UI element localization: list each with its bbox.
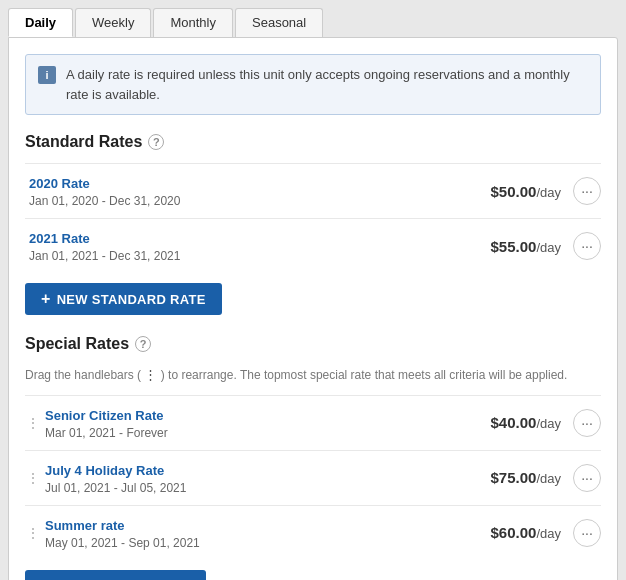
special-rates-section: Special Rates ? Drag the handlebars ( ⋮ … — [25, 335, 601, 580]
senior-rate-more-button[interactable]: ··· — [573, 409, 601, 437]
summer-rate-info: Summer rate May 01, 2021 - Sep 01, 2021 — [41, 516, 463, 550]
july4-rate-more-button[interactable]: ··· — [573, 464, 601, 492]
july4-rate-drag-handle[interactable]: ⋮ — [25, 470, 41, 486]
new-standard-rate-plus-icon: + — [41, 291, 51, 307]
standard-rate-2020-more-button[interactable]: ··· — [573, 177, 601, 205]
summer-rate-price: $60.00/day — [463, 524, 573, 541]
info-icon: i — [38, 66, 56, 84]
drag-hint: Drag the handlebars ( ⋮ ) to rearrange. … — [25, 365, 601, 385]
july4-rate-dates: Jul 01, 2021 - Jul 05, 2021 — [45, 481, 463, 495]
special-rates-heading: Special Rates ? — [25, 335, 601, 353]
july4-rate-info: July 4 Holiday Rate Jul 01, 2021 - Jul 0… — [41, 461, 463, 495]
senior-rate-drag-handle[interactable]: ⋮ — [25, 415, 41, 431]
special-rates-title: Special Rates — [25, 335, 129, 353]
summer-rate-more-button[interactable]: ··· — [573, 519, 601, 547]
standard-rate-2021-more-button[interactable]: ··· — [573, 232, 601, 260]
senior-rate-dates: Mar 01, 2021 - Forever — [45, 426, 463, 440]
standard-rate-2020-info: 2020 Rate Jan 01, 2020 - Dec 31, 2020 — [25, 174, 463, 208]
standard-rate-2021-dates: Jan 01, 2021 - Dec 31, 2021 — [29, 249, 463, 263]
standard-rate-row-2020: 2020 Rate Jan 01, 2020 - Dec 31, 2020 $5… — [25, 163, 601, 218]
summer-rate-name[interactable]: Summer rate — [45, 518, 124, 533]
standard-rate-2020-dates: Jan 01, 2020 - Dec 31, 2020 — [29, 194, 463, 208]
special-rate-row-senior: ⋮ Senior Citizen Rate Mar 01, 2021 - For… — [25, 395, 601, 450]
standard-rates-heading: Standard Rates ? — [25, 133, 601, 151]
special-rate-row-july4: ⋮ July 4 Holiday Rate Jul 01, 2021 - Jul… — [25, 450, 601, 505]
special-rate-row-summer: ⋮ Summer rate May 01, 2021 - Sep 01, 202… — [25, 505, 601, 560]
summer-rate-drag-handle[interactable]: ⋮ — [25, 525, 41, 541]
tab-seasonal[interactable]: Seasonal — [235, 8, 323, 37]
standard-rates-help-icon[interactable]: ? — [148, 134, 164, 150]
new-standard-rate-button[interactable]: + NEW STANDARD RATE — [25, 283, 222, 315]
tab-daily[interactable]: Daily — [8, 8, 73, 37]
standard-rate-2021-name[interactable]: 2021 Rate — [29, 231, 90, 246]
drag-hint-icon: ⋮ — [144, 365, 157, 385]
senior-rate-price: $40.00/day — [463, 414, 573, 431]
info-box: i A daily rate is required unless this u… — [25, 54, 601, 115]
standard-rates-title: Standard Rates — [25, 133, 142, 151]
tabs-bar: Daily Weekly Monthly Seasonal — [0, 0, 626, 37]
summer-rate-dates: May 01, 2021 - Sep 01, 2021 — [45, 536, 463, 550]
info-message: A daily rate is required unless this uni… — [66, 65, 588, 104]
main-container: Daily Weekly Monthly Seasonal i A daily … — [0, 0, 626, 580]
standard-rate-2021-info: 2021 Rate Jan 01, 2021 - Dec 31, 2021 — [25, 229, 463, 263]
standard-rate-2020-name[interactable]: 2020 Rate — [29, 176, 90, 191]
tab-monthly[interactable]: Monthly — [153, 8, 233, 37]
new-standard-rate-label: NEW STANDARD RATE — [57, 292, 206, 307]
new-special-rate-button[interactable]: + NEW SPECIAL RATE — [25, 570, 206, 581]
senior-rate-info: Senior Citizen Rate Mar 01, 2021 - Forev… — [41, 406, 463, 440]
standard-rate-2020-price: $50.00/day — [463, 183, 573, 200]
tab-weekly[interactable]: Weekly — [75, 8, 151, 37]
standard-rate-2021-price: $55.00/day — [463, 238, 573, 255]
standard-rate-row-2021: 2021 Rate Jan 01, 2021 - Dec 31, 2021 $5… — [25, 218, 601, 273]
special-rates-help-icon[interactable]: ? — [135, 336, 151, 352]
senior-rate-name[interactable]: Senior Citizen Rate — [45, 408, 163, 423]
card: i A daily rate is required unless this u… — [8, 37, 618, 580]
july4-rate-name[interactable]: July 4 Holiday Rate — [45, 463, 164, 478]
july4-rate-price: $75.00/day — [463, 469, 573, 486]
